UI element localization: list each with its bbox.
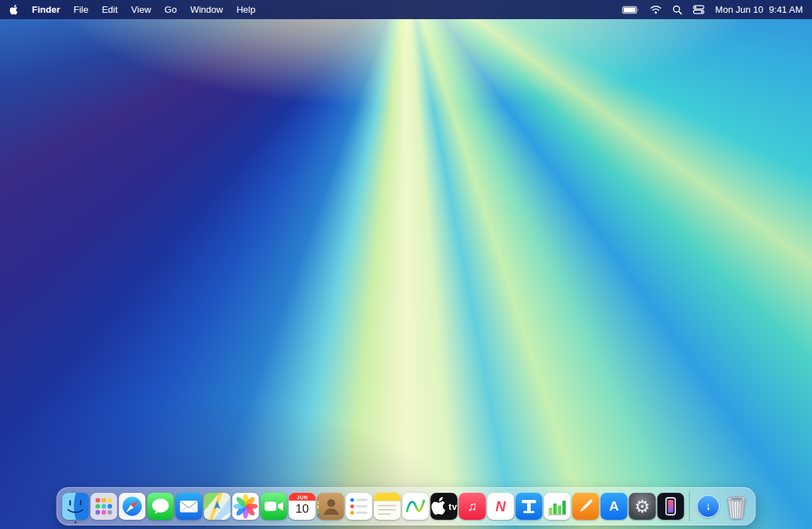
dock-item-photos[interactable] <box>232 493 259 520</box>
dock: JUN 10 <box>57 487 756 525</box>
notes-icon <box>374 493 401 520</box>
calendar-icon: JUN 10 <box>289 493 316 520</box>
news-icon: N <box>487 493 514 520</box>
photos-icon <box>232 493 259 520</box>
calendar-month-text: JUN <box>289 493 316 501</box>
dock-item-tv[interactable]: tv <box>431 493 458 520</box>
dock-item-pages[interactable] <box>573 493 599 520</box>
control-center-icon[interactable] <box>693 5 704 14</box>
music-icon: ♫ <box>459 493 486 520</box>
dock-item-finder[interactable] <box>62 493 89 520</box>
freeform-icon <box>402 493 429 520</box>
menu-items: Finder File Edit View Go Window Help <box>32 4 255 15</box>
dock-item-iphone-mirroring[interactable] <box>658 493 684 520</box>
desktop-wallpaper <box>0 0 812 529</box>
menu-file[interactable]: File <box>74 4 89 15</box>
date-text: Mon Jun 10 <box>715 4 763 15</box>
news-glyph-text: N <box>495 499 505 515</box>
gear-icon: ⚙ <box>634 493 650 520</box>
menu-bar-clock[interactable]: Mon Jun 10 9:41 AM <box>715 4 803 15</box>
menu-finder[interactable]: Finder <box>32 4 60 15</box>
dock-separator <box>689 491 690 521</box>
desktop: Finder File Edit View Go Window Help <box>0 0 812 529</box>
dock-item-maps[interactable] <box>204 493 231 520</box>
running-indicator <box>74 521 77 523</box>
wifi-icon[interactable] <box>650 5 662 14</box>
tv-glyph-text: tv <box>449 501 458 512</box>
menu-view[interactable]: View <box>131 4 151 15</box>
spotlight-icon[interactable] <box>672 5 682 15</box>
dock-item-music[interactable]: ♫ <box>459 493 486 520</box>
messages-icon <box>147 493 174 520</box>
pages-icon <box>573 493 599 520</box>
downloads-circle: ↓ <box>697 495 720 518</box>
menu-go[interactable]: Go <box>164 4 176 15</box>
battery-icon[interactable] <box>622 6 639 14</box>
dock-item-freeform[interactable] <box>402 493 429 520</box>
apple-menu[interactable] <box>9 4 18 16</box>
menu-edit[interactable]: Edit <box>102 4 118 15</box>
music-note-glyph: ♫ <box>468 499 478 514</box>
dock-item-app-store[interactable]: A <box>601 493 628 520</box>
finder-icon <box>62 493 89 520</box>
contacts-icon <box>317 493 344 520</box>
dock-item-trash[interactable] <box>723 493 750 520</box>
downloads-icon: ↓ <box>695 493 722 520</box>
keynote-icon <box>516 493 543 520</box>
facetime-icon <box>261 493 288 520</box>
dock-item-mail[interactable] <box>176 493 203 520</box>
safari-icon <box>119 493 146 520</box>
trash-icon <box>723 493 750 520</box>
reminders-icon <box>346 493 373 520</box>
menu-window[interactable]: Window <box>190 4 222 15</box>
system-settings-icon: ⚙ <box>629 493 656 520</box>
tv-icon: tv <box>431 493 458 520</box>
dock-item-numbers[interactable] <box>544 493 571 520</box>
app-store-icon: A <box>601 493 628 520</box>
apple-logo-icon <box>431 493 447 520</box>
menu-help[interactable]: Help <box>237 4 256 15</box>
download-arrow-glyph: ↓ <box>706 501 711 512</box>
iphone-mirroring-icon <box>658 493 684 520</box>
menu-bar-status: Mon Jun 10 9:41 AM <box>622 4 803 15</box>
dock-item-contacts[interactable] <box>317 493 344 520</box>
dock-item-keynote[interactable] <box>516 493 543 520</box>
dock-item-calendar[interactable]: JUN 10 <box>289 493 316 520</box>
dock-item-system-settings[interactable]: ⚙ <box>629 493 656 520</box>
dock-item-news[interactable]: N <box>487 493 514 520</box>
dock-item-launchpad[interactable] <box>91 493 118 520</box>
apple-icon <box>9 4 18 16</box>
maps-icon <box>204 493 231 520</box>
app-store-glyph-text: A <box>609 499 619 514</box>
mail-icon <box>176 493 203 520</box>
dock-item-reminders[interactable] <box>346 493 373 520</box>
menu-bar: Finder File Edit View Go Window Help <box>0 0 812 19</box>
launchpad-icon <box>91 493 118 520</box>
dock-item-facetime[interactable] <box>261 493 288 520</box>
numbers-icon <box>544 493 571 520</box>
dock-item-messages[interactable] <box>147 493 174 520</box>
calendar-day-text: 10 <box>295 501 309 518</box>
time-text: 9:41 AM <box>769 4 803 15</box>
dock-item-safari[interactable] <box>119 493 146 520</box>
dock-item-notes[interactable] <box>374 493 401 520</box>
dock-item-downloads[interactable]: ↓ <box>695 493 722 520</box>
